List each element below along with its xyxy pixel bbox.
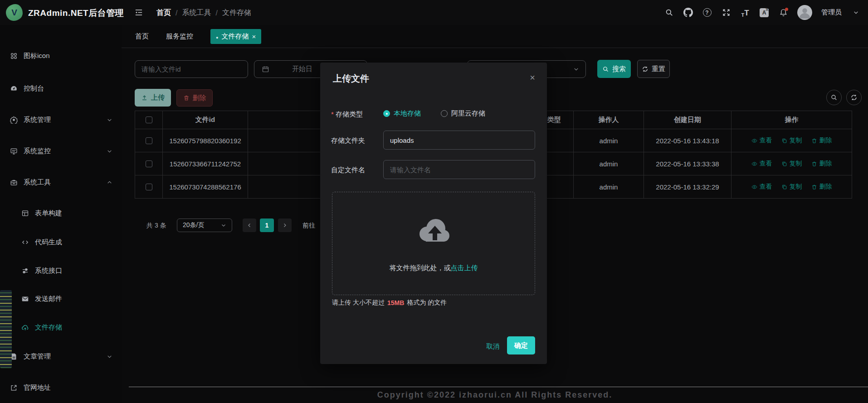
cell-file-id: 1526073074288562176 xyxy=(163,175,248,199)
row-checkbox[interactable] xyxy=(146,137,152,144)
radio-local-storage[interactable]: 本地存储 xyxy=(383,109,421,118)
confirm-button[interactable]: 确定 xyxy=(507,336,535,354)
fullscreen-icon[interactable] xyxy=(721,8,731,18)
sidebar-item-file-storage[interactable]: 文件存储 xyxy=(0,318,122,336)
view-link[interactable]: 查看 xyxy=(751,136,772,145)
chevron-down-icon[interactable] xyxy=(851,8,861,18)
prev-page-button[interactable] xyxy=(243,218,256,232)
footer-copyright: Copyright ©2022 izhaorui.cn All Rights R… xyxy=(122,390,868,400)
cell-operator: admin xyxy=(574,129,644,152)
delete-link[interactable]: 删除 xyxy=(811,136,832,145)
sidebar-item-website-link[interactable]: 官网地址 xyxy=(0,379,122,397)
view-link[interactable]: 查看 xyxy=(751,183,772,191)
sidebar-item-system-monitor[interactable]: 系统监控 xyxy=(0,142,122,160)
pagination-total: 共 3 条 xyxy=(146,222,166,230)
app-logo: V xyxy=(6,4,23,21)
sidebar-item-home[interactable]: 首页 xyxy=(0,25,122,29)
notification-bell-icon[interactable] xyxy=(778,8,788,18)
sidebar-item-articles[interactable]: 文章管理 xyxy=(0,347,122,365)
copy-icon xyxy=(781,161,787,167)
sidebar-item-system-admin[interactable]: 系统管理 xyxy=(0,111,122,129)
tab-service-monitor[interactable]: 服务监控 xyxy=(166,32,193,41)
table-refresh-button[interactable] xyxy=(846,90,862,105)
copy-label: 复制 xyxy=(790,136,802,145)
breadcrumb-system-tools[interactable]: 系统工具 xyxy=(182,8,211,18)
table-search-toggle-button[interactable] xyxy=(826,90,842,105)
current-page-button[interactable]: 1 xyxy=(260,218,274,232)
toolbox-icon xyxy=(10,179,18,186)
sidebar-item-label: 图标icon xyxy=(24,52,50,60)
sidebar: 首页 图标icon 控制台 系统管理 系统监控 系统工具 表单构建 代码生成 系… xyxy=(0,25,122,403)
search-icon[interactable] xyxy=(664,8,674,18)
row-checkbox[interactable] xyxy=(146,160,152,167)
page-size-select[interactable]: 20条/页 xyxy=(177,218,232,232)
upload-dropzone[interactable]: 将文件拖到此处，或点击上传 xyxy=(332,192,535,295)
breadcrumb: 首页 / 系统工具 / 文件存储 xyxy=(156,8,251,18)
user-name[interactable]: 管理员 xyxy=(821,8,842,17)
dropzone-upload-link[interactable]: 点击上传 xyxy=(451,264,478,272)
cloud-upload-icon xyxy=(416,216,452,245)
translate-icon[interactable]: A xyxy=(759,8,769,18)
row-checkbox[interactable] xyxy=(146,184,152,190)
copy-link[interactable]: 复制 xyxy=(781,183,802,191)
tab-home[interactable]: 首页 xyxy=(135,32,149,41)
delete-link[interactable]: 删除 xyxy=(811,183,832,191)
upload-button[interactable]: 上传 xyxy=(135,89,171,107)
delete-label: 删除 xyxy=(819,160,832,168)
breadcrumb-home[interactable]: 首页 xyxy=(156,8,171,18)
copy-link[interactable]: 复制 xyxy=(781,136,802,145)
header-actions: TT A 管理员 xyxy=(664,0,861,25)
sidebar-item-icons[interactable]: 图标icon xyxy=(0,47,122,65)
chevron-down-icon xyxy=(107,117,112,123)
next-page-button[interactable] xyxy=(278,218,292,232)
tab-close-icon[interactable] xyxy=(252,33,256,40)
breadcrumb-file-storage[interactable]: 文件存储 xyxy=(222,8,251,18)
view-label: 查看 xyxy=(760,160,772,168)
chevron-down-icon xyxy=(107,354,112,359)
upload-tip: 请上传 大小不超过 15MB 格式为 的文件 xyxy=(332,299,447,307)
dialog-close-icon[interactable] xyxy=(530,73,535,83)
trash-icon xyxy=(811,161,817,167)
copy-link[interactable]: 复制 xyxy=(781,160,802,168)
sidebar-item-form-builder[interactable]: 表单构建 xyxy=(0,204,122,222)
file-id-input-wrap xyxy=(135,60,248,78)
select-all-checkbox[interactable] xyxy=(146,117,152,123)
delete-link[interactable]: 删除 xyxy=(811,160,832,168)
sidebar-fold-icon[interactable] xyxy=(134,8,143,17)
search-button[interactable]: 搜索 xyxy=(597,60,631,78)
github-icon[interactable] xyxy=(683,8,693,18)
help-icon[interactable] xyxy=(702,8,712,18)
monitor-icon xyxy=(10,147,18,155)
chevron-down-icon xyxy=(107,148,112,154)
cell-created-date: 2022-05-16 13:43:18 xyxy=(644,129,731,152)
tab-label: 文件存储 xyxy=(221,32,249,41)
chevron-left-icon xyxy=(247,223,252,228)
radio-aliyun-storage[interactable]: 阿里云存储 xyxy=(441,109,485,118)
sidebar-item-system-api[interactable]: 系统接口 xyxy=(0,262,122,280)
trash-icon xyxy=(183,95,190,101)
sidebar-item-console[interactable]: 控制台 xyxy=(0,79,122,97)
sidebar-item-send-mail[interactable]: 发送邮件 xyxy=(0,290,122,308)
user-avatar[interactable] xyxy=(797,5,812,20)
chevron-down-icon xyxy=(573,66,579,72)
cancel-button[interactable]: 取消 xyxy=(486,342,500,351)
delete-button[interactable]: 删除 xyxy=(176,89,213,107)
tab-file-storage[interactable]: 文件存储 xyxy=(210,29,261,44)
form-table-icon xyxy=(21,209,29,217)
sidebar-item-code-gen[interactable]: 代码生成 xyxy=(0,233,122,251)
font-size-icon[interactable]: TT xyxy=(740,8,750,18)
view-link[interactable]: 查看 xyxy=(751,160,772,168)
page-size-value: 20条/页 xyxy=(183,221,204,229)
sidebar-item-system-tools[interactable]: 系统工具 xyxy=(0,173,122,191)
file-id-input[interactable] xyxy=(135,65,248,73)
reset-button[interactable]: 重置 xyxy=(637,60,670,78)
filename-label: 自定文件名 xyxy=(331,166,382,175)
folder-input[interactable] xyxy=(384,136,535,144)
dropzone-hint: 将文件拖到此处，或 xyxy=(390,264,451,272)
breadcrumb-separator: / xyxy=(176,9,177,17)
refresh-icon xyxy=(642,66,649,73)
eye-icon xyxy=(751,161,757,167)
filename-input[interactable] xyxy=(384,166,535,174)
eye-icon xyxy=(751,138,757,144)
page-tabs: 首页 服务监控 文件存储 xyxy=(122,25,868,48)
